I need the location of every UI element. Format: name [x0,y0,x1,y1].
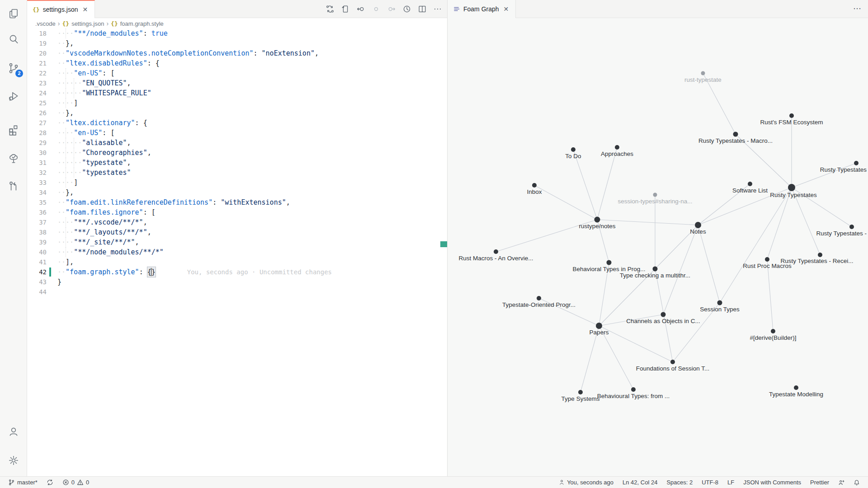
graph-node-label[interactable]: Behavioural Types: from ... [597,393,670,399]
code-line[interactable]: 20··"vscodeMarkdownNotes.noteCompletionC… [27,48,447,58]
graph-node-label[interactable]: Channels as Objects in C... [626,318,700,324]
code-line[interactable]: 26··}, [27,108,447,118]
branch-status-item[interactable]: master* [5,477,41,488]
open-file-icon[interactable] [339,2,352,16]
graph-node-label[interactable]: Rust Proc Macros [743,263,792,269]
graph-node-recei[interactable] [818,253,822,257]
graph-node-sharing[interactable] [653,193,657,197]
code-line[interactable]: 31······"typestate", [27,158,447,168]
graph-node-fsm[interactable] [789,113,794,118]
graph-node-label[interactable]: Rusty Typestates [820,166,867,173]
code-line[interactable]: 35··"foam.edit.linkReferenceDefinitions"… [27,197,447,207]
tab-foam-graph[interactable]: Foam Graph ✕ [448,0,516,18]
search-icon[interactable] [0,28,27,51]
graph-node-label[interactable]: Software List [732,187,768,194]
graph-node-label[interactable]: Rusty Typestates [770,192,817,198]
tab-close-icon[interactable]: ✕ [81,5,89,14]
graph-node-typecheck[interactable] [653,267,658,272]
graph-node-label[interactable]: Notes [690,228,706,235]
feedback-item[interactable] [835,477,848,488]
encoding-item[interactable]: UTF-8 [698,477,722,488]
code-line[interactable]: 37····"**/.vscode/**/*", [27,217,447,227]
graph-node-inbox[interactable] [532,183,537,188]
graph-node-foundations[interactable] [670,360,675,364]
graph-node-rt-right1[interactable] [854,161,859,165]
graph-node-rust-typestate[interactable] [701,71,705,75]
timeline-icon[interactable] [400,2,414,16]
code-line[interactable]: 39····"**/_site/**/*", [27,237,447,247]
graph-node-todo[interactable] [571,147,576,152]
code-line[interactable]: 32······"typestates" [27,168,447,178]
code-line[interactable]: 23······"EN_QUOTES", [27,78,447,88]
graph-node-label[interactable]: Type checking a multithr... [620,272,690,279]
graph-node-label[interactable]: Approaches [601,150,633,157]
tab-settings-json[interactable]: {} settings.json ✕ [27,0,95,18]
account-icon[interactable] [0,420,27,443]
graph-node-label[interactable]: Rusty Typestates - Macro... [698,137,773,144]
code-line[interactable]: 40····"**/node_modules/**/*" [27,247,447,257]
graph-node-rustproc[interactable] [765,257,769,262]
code-line[interactable]: 24······"WHITESPACE_RULE" [27,88,447,98]
graph-node-typesystems[interactable] [578,390,583,394]
code-line[interactable]: 33····] [27,178,447,188]
code-line[interactable]: 38····"**/_layouts/**/*", [27,227,447,237]
sync-status-item[interactable] [43,477,57,488]
formatter-item[interactable]: Prettier [807,477,833,488]
code-line[interactable]: 30······"Choreographies", [27,148,447,158]
foam-graph-canvas[interactable]: rust-typestateRust's FSM EcosystemRusty … [448,18,868,476]
graph-node-notes[interactable] [695,222,701,228]
panel-more-icon[interactable]: ⋯ [853,4,862,14]
code-line[interactable]: 22····"en-US": [ [27,68,447,78]
graph-node-label[interactable]: Papers [590,329,609,336]
graph-node-sessiontypes[interactable] [717,300,722,305]
graph-node-hub[interactable] [788,184,795,191]
graph-node-label[interactable]: Foundations of Session T... [636,365,710,372]
cursor-position-item[interactable]: Ln 42, Col 24 [619,477,661,488]
graph-node-label[interactable]: #[derive(Builder)] [750,334,797,341]
notifications-item[interactable] [850,477,863,488]
graph-node-behprog[interactable] [607,260,612,265]
graph-node-label[interactable]: session-types#sharing-na... [618,198,692,205]
graph-node-label[interactable]: Type Systems [561,395,600,402]
graph-node-label[interactable]: rust-typestate [684,76,722,83]
code-line[interactable]: 43} [27,277,447,287]
graph-node-label[interactable]: Session Types [700,306,740,313]
settings-gear-icon[interactable] [0,449,27,472]
problems-status-item[interactable]: 0 0 [59,477,93,488]
breadcrumb-folder[interactable]: .vscode [35,20,56,27]
code-line[interactable]: 25····] [27,98,447,108]
breadcrumb-file[interactable]: settings.json [71,20,104,27]
code-line[interactable]: 21··"ltex.disabledRules": { [27,58,447,68]
graph-node-rt-right2[interactable] [849,225,854,229]
graph-node-label[interactable]: Behavioral Types in Prog... [572,266,645,272]
graph-node-label[interactable]: Typestate Modelling [769,391,823,398]
eol-item[interactable]: LF [724,477,738,488]
graph-node-label[interactable]: Rusty Typestates - [816,230,867,237]
graph-node-approaches[interactable] [615,145,619,150]
code-line[interactable]: 27··"ltex.dictionary": { [27,118,447,128]
source-control-icon[interactable]: 2 [0,56,27,80]
language-mode-item[interactable]: JSON with Comments [740,477,805,488]
open-changes-icon[interactable] [323,2,337,16]
run-debug-icon[interactable] [0,84,27,108]
previous-change-icon[interactable] [354,2,368,16]
graph-node-macro[interactable] [733,132,738,137]
code-line[interactable]: 18····"**/node_modules": true [27,28,447,38]
code-line[interactable]: 28····"en-US": [ [27,128,447,138]
code-line[interactable]: 36··"foam.files.ignore": [ [27,207,447,217]
graph-node-channels[interactable] [661,312,666,317]
gitlens-author-item[interactable]: You, seconds ago [555,477,617,488]
graph-node-rustmacros[interactable] [494,249,498,254]
graph-node-modelling[interactable] [794,385,798,390]
code-line[interactable]: 19··}, [27,38,447,48]
graph-node-tso[interactable] [537,296,541,300]
code-line[interactable]: 42··"foam.graph.style": {}You, seconds a… [27,267,447,277]
split-editor-icon[interactable] [415,2,429,16]
graph-node-label[interactable]: Inbox [527,188,542,195]
graph-node-software[interactable] [748,182,752,186]
todo-tree-icon[interactable] [0,146,27,170]
graph-node-label[interactable]: rustype/notes [579,223,615,230]
graph-node-papers[interactable] [596,323,602,329]
graph-node-behfrom[interactable] [631,387,636,392]
extensions-icon[interactable] [0,118,27,141]
